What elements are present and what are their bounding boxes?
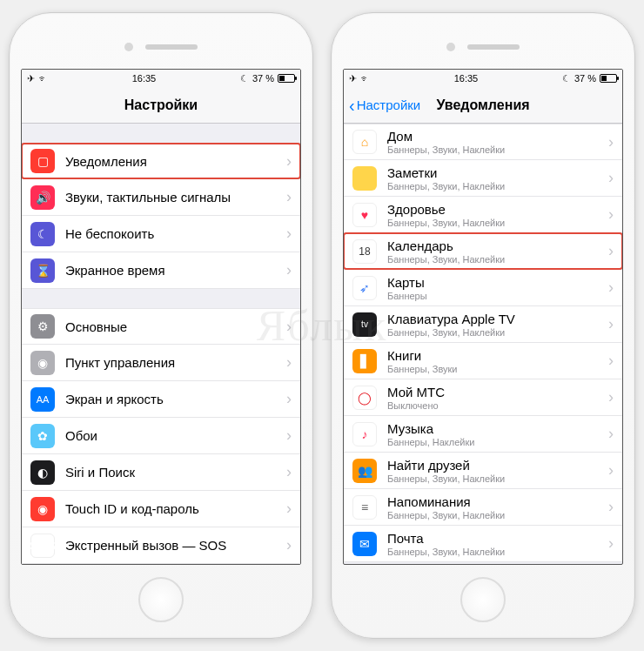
books-app-icon: ▋: [352, 349, 377, 373]
row-label: Карты: [387, 275, 608, 290]
phone-hardware-top: [446, 25, 520, 69]
wifi-icon: ᯤ: [360, 73, 370, 84]
calendar-app-icon: 18: [352, 239, 377, 264]
phone-right: ✈ ᯤ 16:35 ☾ 37 % ‹ Настройки Уведомления…: [331, 12, 635, 639]
chevron-right-icon: ›: [608, 352, 614, 370]
row-label: Музыка: [387, 421, 608, 436]
list-item[interactable]: SOSЭкстренный вызов — SOS›: [22, 527, 300, 564]
row-label: Найти друзей: [387, 458, 608, 473]
back-label: Настройки: [357, 97, 421, 112]
chevron-right-icon: ›: [286, 463, 292, 481]
page-title: Уведомления: [436, 97, 529, 113]
chevron-right-icon: ›: [286, 390, 292, 408]
chevron-right-icon: ›: [286, 426, 292, 445]
list-item[interactable]: ♥ЗдоровьеБаннеры, Звуки, Наклейки›: [344, 197, 622, 233]
row-label: Напоминания: [387, 494, 608, 509]
list-item[interactable]: ◉Пункт управления›: [22, 345, 300, 381]
row-label: Обои: [65, 428, 286, 443]
list-item[interactable]: ✿Обои›: [22, 418, 300, 454]
back-button[interactable]: ‹ Настройки: [349, 97, 420, 114]
chevron-right-icon: ›: [608, 242, 614, 260]
row-subtitle: Баннеры, Звуки, Наклейки: [387, 144, 608, 155]
list-item[interactable]: AAЭкран и яркость›: [22, 381, 300, 418]
wifi-icon: ᯤ: [38, 73, 48, 84]
airplane-icon: ✈: [27, 73, 35, 84]
list-item[interactable]: 👥Найти друзейБаннеры, Звуки, Наклейки›: [344, 453, 622, 489]
row-subtitle: Баннеры, Звуки: [387, 364, 608, 374]
row-label: Не беспокоить: [65, 226, 286, 241]
list-item[interactable]: ⌂ДомБаннеры, Звуки, Наклейки›: [344, 124, 622, 160]
status-bar: ✈ ᯤ 16:35 ☾ 37 %: [22, 70, 300, 87]
chevron-right-icon: ›: [286, 261, 292, 279]
settings-list[interactable]: ▢Уведомления›🔊Звуки, тактильные сигналы›…: [22, 124, 300, 564]
row-label: Экран и яркость: [65, 392, 286, 406]
status-bar: ✈ ᯤ 16:35 ☾ 37 %: [344, 70, 622, 87]
battery-percent: 37 %: [252, 73, 274, 84]
sos-icon: SOS: [30, 534, 55, 558]
airplane-icon: ✈: [349, 73, 357, 84]
list-item[interactable]: ◉Touch ID и код-пароль›: [22, 491, 300, 527]
status-time: 16:35: [454, 73, 479, 84]
list-item[interactable]: 18КалендарьБаннеры, Звуки, Наклейки›: [344, 233, 622, 270]
list-item[interactable]: ⌛Экранное время›: [22, 252, 300, 289]
chevron-right-icon: ›: [286, 225, 292, 243]
list-item[interactable]: ✉ПочтаБаннеры, Звуки, Наклейки›: [344, 526, 622, 562]
chevron-right-icon: ›: [608, 205, 614, 224]
row-label: Экстренный вызов — SOS: [65, 538, 286, 553]
chevron-right-icon: ›: [608, 279, 614, 297]
dnd-icon: ☾: [30, 222, 55, 246]
notes-app-icon: [352, 166, 377, 191]
row-label: Здоровье: [387, 202, 608, 217]
list-item[interactable]: ≡НапоминанияБаннеры, Звуки, Наклейки›: [344, 489, 622, 526]
row-subtitle: Баннеры, Звуки, Наклейки: [387, 473, 608, 484]
list-item[interactable]: ⚙Основные›: [22, 308, 300, 345]
list-item[interactable]: ◐Siri и Поиск›: [22, 454, 300, 491]
chevron-right-icon: ›: [286, 500, 292, 518]
row-label: Мой МТС: [387, 385, 608, 399]
list-item[interactable]: ☾Не беспокоить›: [22, 216, 300, 252]
chevron-right-icon: ›: [286, 536, 292, 554]
home-button[interactable]: [138, 577, 184, 622]
appletv-icon: tv: [352, 312, 377, 337]
row-subtitle: Баннеры, Звуки, Наклейки: [387, 547, 608, 557]
list-item[interactable]: ◯Мой МТСВыключено›: [344, 379, 622, 416]
list-item[interactable]: ▢Уведомления›: [22, 143, 300, 179]
row-subtitle: Баннеры, Звуки, Наклейки: [387, 181, 608, 191]
chevron-right-icon: ›: [608, 461, 614, 480]
moon-icon: ☾: [562, 73, 571, 84]
chevron-right-icon: ›: [608, 133, 614, 151]
list-item[interactable]: ➶КартыБаннеры›: [344, 270, 622, 306]
list-item[interactable]: ▋КнигиБаннеры, Звуки›: [344, 343, 622, 379]
music-app-icon: ♪: [352, 422, 377, 446]
nav-bar-settings: Настройки: [22, 87, 300, 124]
row-label: Siri и Поиск: [65, 465, 286, 480]
wallpaper-icon: ✿: [30, 424, 55, 448]
row-subtitle: Баннеры, Звуки, Наклейки: [387, 510, 608, 520]
notifications-app-list[interactable]: ⌂ДомБаннеры, Звуки, Наклейки›ЗаметкиБанн…: [344, 124, 622, 564]
row-label: Календарь: [387, 238, 608, 253]
list-item[interactable]: ♪МузыкаБаннеры, Наклейки›: [344, 416, 622, 453]
status-time: 16:35: [132, 73, 157, 84]
list-item[interactable]: tvКлавиатура Apple TVБаннеры, Звуки, Нак…: [344, 306, 622, 343]
row-label: Клавиатура Apple TV: [387, 312, 608, 326]
chevron-right-icon: ›: [608, 425, 614, 443]
friends-app-icon: 👥: [352, 459, 377, 483]
list-item[interactable]: ЗаметкиБаннеры, Звуки, Наклейки›: [344, 160, 622, 197]
reminders-app-icon: ≡: [352, 495, 377, 520]
chevron-right-icon: ›: [286, 188, 292, 206]
mail-app-icon: ✉: [352, 532, 377, 556]
list-item[interactable]: 🔊Звуки, тактильные сигналы›: [22, 179, 300, 216]
chevron-right-icon: ›: [608, 498, 614, 516]
chevron-right-icon: ›: [608, 388, 614, 406]
general-icon: ⚙: [30, 314, 55, 339]
row-subtitle: Баннеры, Звуки, Наклейки: [387, 254, 608, 265]
chevron-right-icon: ›: [608, 534, 614, 553]
home-app-icon: ⌂: [352, 130, 377, 154]
control-center-icon: ◉: [30, 351, 55, 375]
maps-app-icon: ➶: [352, 276, 377, 300]
row-label: Touch ID и код-пароль: [65, 501, 286, 516]
home-button[interactable]: [460, 577, 506, 622]
row-subtitle: Баннеры, Звуки, Наклейки: [387, 327, 608, 338]
row-label: Заметки: [387, 165, 608, 180]
screen-left: ✈ ᯤ 16:35 ☾ 37 % Настройки ▢Уведомления›…: [21, 69, 301, 565]
